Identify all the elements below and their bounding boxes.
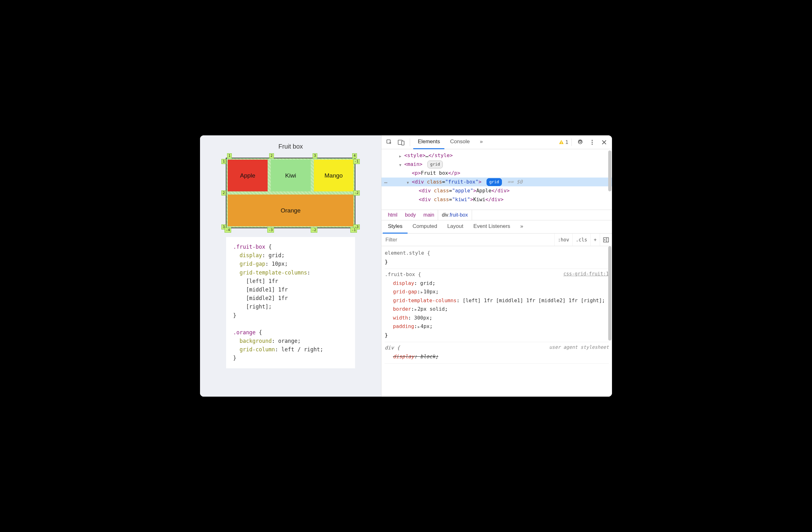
grid-demo-wrap: Apple Kiwi Mango Orange 1 2 3 4 1 2 3 -1…: [221, 153, 360, 233]
chevron-down-icon[interactable]: ▼: [399, 162, 401, 168]
dom-scrollbar-thumb[interactable]: [608, 151, 611, 192]
svg-rect-4: [561, 143, 562, 143]
crumb-div[interactable]: div.fruit-box: [438, 210, 472, 220]
chevron-right-icon[interactable]: ▶: [421, 290, 423, 294]
toolbar-separator: [410, 139, 410, 146]
devtools-toolbar: Elements Console » 1: [381, 135, 612, 149]
breadcrumb: html body main div.fruit-box: [381, 210, 612, 220]
styles-scrollbar-thumb[interactable]: [608, 246, 611, 340]
grid-row-1: 1: [221, 159, 226, 164]
grid-col-n3: -3: [267, 228, 274, 233]
dom-style-line[interactable]: ▶ <style>…</style>: [381, 151, 612, 160]
grid-col-n1: -1: [350, 228, 357, 233]
demo-title: Fruit box: [278, 143, 303, 150]
tab-elements[interactable]: Elements: [413, 135, 444, 149]
chevron-right-icon[interactable]: ▶: [418, 325, 420, 329]
app-window: Fruit box Apple Kiwi Mango Orange 1 2 3 …: [200, 135, 612, 397]
cell-orange: Orange: [228, 195, 353, 226]
cell-kiwi: Kiwi: [271, 159, 311, 192]
crumb-body[interactable]: body: [401, 212, 420, 218]
console-ref: == $0: [508, 179, 523, 185]
ua-source: user agent stylesheet: [549, 344, 609, 352]
dom-tree[interactable]: ▶ <style>…</style> ▼ <main> grid <p>Frui…: [381, 149, 612, 210]
device-toggle-icon[interactable]: [396, 137, 407, 148]
grid-col-4: 4: [352, 153, 357, 158]
grid-col-1: 1: [227, 153, 232, 158]
rule-fruit-box[interactable]: css-grid-fruit:1 .fruit-box { display: g…: [385, 269, 609, 342]
dom-selected-fruitbox[interactable]: ▼ <div class="fruit-box"> grid == $0: [381, 178, 612, 186]
subtab-styles[interactable]: Styles: [383, 220, 407, 234]
fruit-box-grid[interactable]: Apple Kiwi Mango Orange: [226, 158, 356, 228]
svg-point-6: [592, 142, 593, 143]
rule-element-style[interactable]: element.style { }: [385, 248, 609, 269]
sidebar-toggle-icon[interactable]: [600, 234, 612, 246]
styles-rules-pane[interactable]: element.style { } css-grid-fruit:1 .frui…: [381, 246, 612, 397]
tab-console[interactable]: Console: [446, 135, 474, 149]
svg-rect-2: [402, 141, 404, 145]
dom-apple-line[interactable]: <div class="apple">Apple</div>: [381, 186, 612, 195]
grid-row-n2: -2: [353, 191, 360, 195]
subtab-events[interactable]: Event Listeners: [468, 220, 515, 234]
source-link[interactable]: css-grid-fruit:1: [563, 270, 609, 278]
warning-count: 1: [565, 139, 568, 145]
rule-user-agent[interactable]: user agent stylesheet div { display: blo…: [385, 342, 609, 364]
cls-button[interactable]: .cls: [572, 234, 590, 246]
add-rule-button[interactable]: +: [590, 234, 600, 246]
grid-col-3: 3: [313, 153, 317, 158]
crumb-html[interactable]: html: [384, 212, 401, 218]
devtools-pane: Elements Console » 1 ▶ <style>…</st: [381, 135, 612, 397]
subtab-layout[interactable]: Layout: [442, 220, 468, 234]
tab-more[interactable]: »: [476, 135, 487, 149]
grid-col-n4: -4: [224, 228, 231, 233]
warning-indicator[interactable]: 1: [559, 139, 568, 145]
chevron-down-icon[interactable]: ▼: [407, 180, 409, 186]
styles-filter-row: :hov .cls +: [381, 234, 612, 246]
cell-apple: Apple: [228, 159, 267, 192]
grid-row-n1: -1: [353, 159, 360, 164]
source-code-block: .fruit-box { display: grid; grid-gap: 10…: [226, 237, 355, 368]
styles-filter-input[interactable]: [381, 237, 554, 243]
dom-kiwi-line[interactable]: <div class="kiwi">Kiwi</div>: [381, 195, 612, 204]
grid-badge[interactable]: grid: [427, 160, 443, 168]
hov-button[interactable]: :hov: [554, 234, 572, 246]
subtab-more[interactable]: »: [515, 220, 528, 234]
kebab-icon[interactable]: [587, 137, 597, 148]
svg-rect-3: [561, 141, 562, 143]
gear-icon[interactable]: [575, 137, 585, 148]
chevron-right-icon[interactable]: ▶: [415, 308, 417, 312]
grid-col-2: 2: [269, 153, 274, 158]
cell-mango: Mango: [314, 159, 354, 192]
styles-subtabs: Styles Computed Layout Event Listeners »: [381, 220, 612, 234]
inspect-element-icon[interactable]: [384, 137, 395, 148]
svg-point-5: [592, 140, 593, 141]
chevron-right-icon[interactable]: ▶: [399, 153, 401, 159]
page-preview-pane: Fruit box Apple Kiwi Mango Orange 1 2 3 …: [200, 135, 381, 397]
svg-point-7: [592, 143, 593, 145]
grid-col-n2: -2: [311, 228, 317, 233]
toolbar-separator: [571, 139, 572, 146]
grid-row-2: 2: [221, 191, 226, 195]
crumb-main[interactable]: main: [420, 212, 438, 218]
grid-badge-active[interactable]: grid: [487, 178, 502, 186]
dom-main-line[interactable]: ▼ <main> grid: [381, 160, 612, 169]
close-icon[interactable]: [599, 137, 609, 148]
subtab-computed[interactable]: Computed: [408, 220, 442, 234]
dom-p-line[interactable]: <p>Fruit box</p>: [381, 169, 612, 178]
